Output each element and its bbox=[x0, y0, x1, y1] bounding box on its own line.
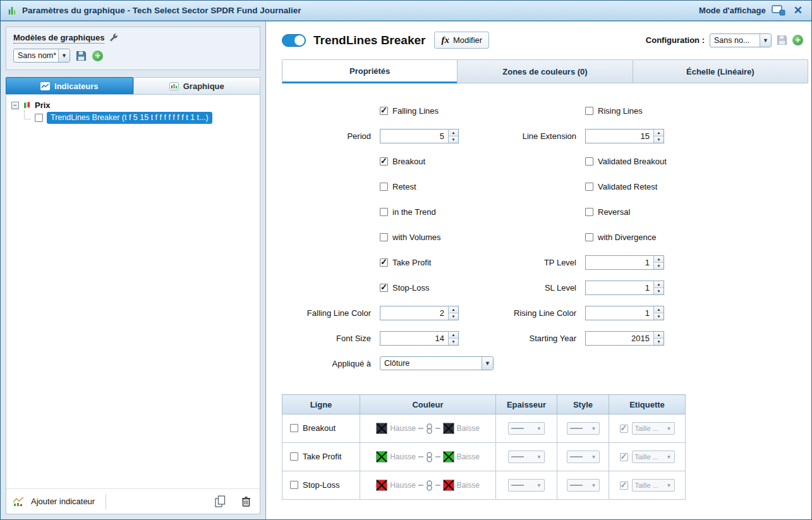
breakout-line-checkbox[interactable]: Breakout bbox=[290, 423, 336, 433]
breakout-style-select[interactable]: ▼ bbox=[567, 422, 600, 435]
take-profit-thickness-select[interactable]: ▼ bbox=[508, 450, 545, 463]
close-icon[interactable]: ✕ bbox=[791, 4, 805, 17]
display-mode-label[interactable]: Mode d'affichage bbox=[699, 6, 766, 15]
period-value[interactable]: 5 bbox=[380, 130, 448, 143]
stop-loss-input[interactable] bbox=[380, 284, 388, 292]
template-select[interactable]: Sans nom* ▼ bbox=[13, 49, 70, 63]
breakout-line-input[interactable] bbox=[290, 424, 298, 432]
with-volumes-input[interactable] bbox=[380, 233, 388, 241]
stop-loss-label-size-select[interactable]: Taille ...▼ bbox=[632, 479, 675, 492]
spin-up-icon[interactable]: ▲ bbox=[654, 256, 664, 263]
falling-lines-checkbox[interactable]: Falling Lines bbox=[380, 106, 439, 116]
spin-up-icon[interactable]: ▲ bbox=[449, 130, 458, 136]
starting-year-value[interactable]: 2015 bbox=[586, 332, 653, 345]
wrench-icon[interactable] bbox=[109, 33, 119, 43]
indicator-visibility-checkbox[interactable] bbox=[35, 114, 43, 122]
applied-to-select[interactable]: Clôture ▼ bbox=[380, 356, 494, 370]
tab-scale[interactable]: Échelle (Linéaire) bbox=[633, 59, 808, 83]
stop-loss-style-select[interactable]: ▼ bbox=[567, 479, 600, 492]
spin-up-icon[interactable]: ▲ bbox=[654, 332, 664, 339]
save-template-icon[interactable] bbox=[76, 51, 87, 61]
chevron-down-icon[interactable]: ▼ bbox=[58, 49, 70, 62]
validated-retest-input[interactable] bbox=[585, 183, 593, 191]
take-profit-style-select[interactable]: ▼ bbox=[567, 450, 600, 463]
take-profit-down-color-swatch[interactable] bbox=[443, 451, 454, 463]
configuration-select[interactable]: Sans no... ▼ bbox=[710, 33, 772, 47]
tp-level-value[interactable]: 1 bbox=[586, 256, 653, 269]
tab-indicators[interactable]: Indicateurs bbox=[6, 77, 133, 94]
link-colors-icon[interactable] bbox=[426, 480, 433, 491]
font-size-value[interactable]: 14 bbox=[380, 332, 448, 345]
take-profit-line-checkbox[interactable]: Take Profit bbox=[290, 452, 341, 461]
tree-row-price[interactable]: − Prix bbox=[11, 100, 255, 110]
line-extension-stepper[interactable]: 15 ▲▼ bbox=[585, 129, 664, 143]
reversal-checkbox[interactable]: Reversal bbox=[585, 207, 630, 217]
take-profit-label-checkbox[interactable] bbox=[620, 453, 628, 461]
stop-loss-line-checkbox[interactable]: Stop-Loss bbox=[290, 480, 340, 490]
spin-down-icon[interactable]: ▼ bbox=[654, 263, 664, 269]
reversal-input[interactable] bbox=[585, 208, 593, 216]
take-profit-input[interactable] bbox=[380, 258, 388, 267]
take-profit-up-color-swatch[interactable] bbox=[376, 451, 387, 463]
save-configuration-icon[interactable] bbox=[777, 35, 787, 45]
spin-up-icon[interactable]: ▲ bbox=[654, 306, 664, 313]
breakout-input[interactable] bbox=[380, 157, 388, 166]
line-extension-value[interactable]: 15 bbox=[586, 130, 653, 143]
spin-down-icon[interactable]: ▼ bbox=[654, 136, 664, 143]
rising-lines-checkbox[interactable]: Rising Lines bbox=[585, 106, 643, 116]
spin-up-icon[interactable]: ▲ bbox=[449, 306, 458, 313]
spin-up-icon[interactable]: ▲ bbox=[449, 332, 458, 339]
take-profit-checkbox[interactable]: Take Profit bbox=[380, 258, 431, 267]
modify-code-button[interactable]: fx Modifier bbox=[434, 32, 489, 49]
tab-color-zones[interactable]: Zones de couleurs (0) bbox=[457, 59, 633, 83]
take-profit-label-size-select[interactable]: Taille ...▼ bbox=[632, 450, 675, 463]
stop-loss-up-color-swatch[interactable] bbox=[376, 480, 387, 491]
retest-input[interactable] bbox=[380, 183, 388, 191]
stop-loss-thickness-select[interactable]: ▼ bbox=[508, 479, 545, 492]
add-configuration-icon[interactable]: + bbox=[792, 35, 803, 45]
copy-icon[interactable] bbox=[215, 495, 226, 507]
validated-breakout-checkbox[interactable]: Validated Breakout bbox=[585, 157, 667, 166]
chart-templates-link[interactable]: Modèles de graphiques bbox=[13, 33, 104, 44]
stop-loss-line-input[interactable] bbox=[290, 481, 298, 489]
link-colors-icon[interactable] bbox=[426, 423, 433, 434]
with-divergence-input[interactable] bbox=[585, 233, 593, 241]
with-divergence-checkbox[interactable]: with Divergence bbox=[585, 233, 657, 242]
sl-level-value[interactable]: 1 bbox=[586, 281, 653, 294]
spin-down-icon[interactable]: ▼ bbox=[449, 339, 458, 345]
with-volumes-checkbox[interactable]: with Volumes bbox=[380, 233, 441, 242]
chevron-down-icon[interactable]: ▼ bbox=[482, 357, 493, 370]
take-profit-line-input[interactable] bbox=[290, 452, 298, 461]
add-indicator-label[interactable]: Ajouter indicateur bbox=[31, 497, 95, 506]
font-size-stepper[interactable]: 14 ▲▼ bbox=[380, 331, 459, 346]
display-mode-icon[interactable] bbox=[772, 5, 785, 16]
spin-up-icon[interactable]: ▲ bbox=[654, 281, 664, 288]
breakout-up-color-swatch[interactable] bbox=[376, 423, 387, 434]
retest-checkbox[interactable]: Retest bbox=[380, 182, 416, 191]
trash-icon[interactable] bbox=[241, 496, 251, 507]
add-template-icon[interactable]: + bbox=[92, 51, 103, 61]
sl-level-stepper[interactable]: 1 ▲▼ bbox=[585, 281, 664, 295]
period-stepper[interactable]: 5 ▲▼ bbox=[380, 129, 459, 143]
falling-line-color-value[interactable]: 2 bbox=[380, 306, 448, 320]
collapse-icon[interactable]: − bbox=[11, 102, 19, 109]
validated-breakout-input[interactable] bbox=[585, 157, 593, 166]
breakout-label-size-select[interactable]: Taille ...▼ bbox=[632, 422, 675, 435]
link-colors-icon[interactable] bbox=[426, 452, 433, 463]
falling-line-color-stepper[interactable]: 2 ▲▼ bbox=[380, 306, 459, 320]
stop-loss-label-checkbox[interactable] bbox=[620, 481, 628, 490]
stop-loss-checkbox[interactable]: Stop-Loss bbox=[380, 283, 430, 293]
selected-indicator-label[interactable]: TrendLines Breaker (t f 5 15 t f f f f f… bbox=[47, 112, 212, 124]
in-the-trend-checkbox[interactable]: in the Trend bbox=[380, 207, 436, 217]
falling-lines-input[interactable] bbox=[380, 107, 388, 115]
rising-line-color-stepper[interactable]: 1 ▲▼ bbox=[585, 306, 664, 320]
stop-loss-down-color-swatch[interactable] bbox=[443, 480, 454, 491]
tab-chart[interactable]: Graphique bbox=[133, 77, 261, 94]
tp-level-stepper[interactable]: 1 ▲▼ bbox=[585, 255, 664, 270]
add-indicator-icon[interactable] bbox=[13, 496, 25, 507]
rising-lines-input[interactable] bbox=[585, 107, 593, 115]
spin-down-icon[interactable]: ▼ bbox=[654, 288, 664, 294]
tab-properties[interactable]: Propriétés bbox=[282, 59, 458, 83]
spin-down-icon[interactable]: ▼ bbox=[449, 313, 458, 320]
breakout-checkbox[interactable]: Breakout bbox=[380, 157, 425, 166]
